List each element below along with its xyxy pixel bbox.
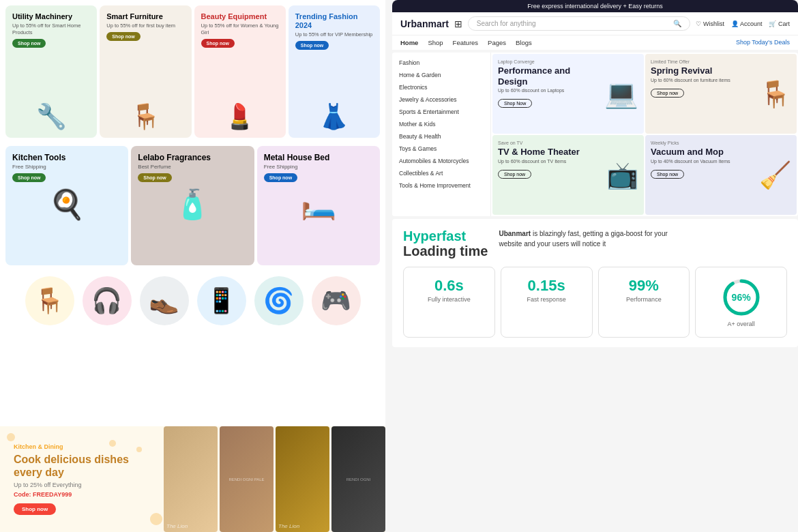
promo-spring-btn[interactable]: Shop now <box>651 89 684 98</box>
banner-beauty-btn[interactable]: Shop now <box>201 39 235 48</box>
sidebar-fashion[interactable]: Fashion <box>392 57 490 69</box>
menu-features[interactable]: Features <box>453 39 479 46</box>
banner-metal-subtitle: Free Shipping <box>264 164 373 170</box>
banner-lelabo-title: Lelabo Fragrances <box>138 153 247 162</box>
metric-performance: 99% Performance <box>598 267 690 338</box>
banner-beauty-title: Beauty Equipment <box>201 12 279 21</box>
promo-tv-title: TV & Home Theater <box>498 147 604 158</box>
menu-home[interactable]: Home <box>400 39 418 46</box>
store-top-bar: Free express international delivery + Ea… <box>392 0 798 12</box>
sidebar-auto[interactable]: Automobiles & Motorcycles <box>392 155 490 167</box>
store-content: Fashion Home & Garden Electronics Jewelr… <box>392 53 798 216</box>
sidebar-collectibles[interactable]: Collectibles & Art <box>392 167 490 179</box>
shop-today-deals[interactable]: Shop Today's Deals <box>736 39 790 46</box>
store-sidebar: Fashion Home & Garden Electronics Jewelr… <box>392 53 491 216</box>
metric-response-label: Fast response <box>509 296 584 303</box>
sidebar-electronics[interactable]: Electronics <box>392 81 490 93</box>
promo-laptop-title: Performance and Design <box>498 65 602 87</box>
sidebar-sports[interactable]: Sports & Entertainment <box>392 106 490 118</box>
cart-link[interactable]: 🛒 Cart <box>769 20 790 27</box>
gauge: 96% <box>721 277 762 318</box>
bottom-code: Code: FREEDAY999 <box>14 491 150 498</box>
menu-shop[interactable]: Shop <box>428 39 443 46</box>
metric-overall-label: A+ overall <box>704 321 778 327</box>
circle-headphone[interactable]: 🎧 <box>83 276 132 325</box>
banner-kitchen-btn[interactable]: Shop now <box>12 173 46 182</box>
grid-icon[interactable]: ⊞ <box>454 18 462 29</box>
perf-hyperfast: Hyperfast <box>403 228 466 243</box>
promo-laptop-desc: Up to 60% discount on Laptops <box>498 88 602 93</box>
banner-lelabo-img: 🧴 <box>138 188 247 221</box>
circle-chair[interactable]: 🪑 <box>25 276 74 325</box>
perf-title: HyperfastLoading time <box>403 228 488 258</box>
wishlist-link[interactable]: ♡ Wishlist <box>696 20 724 27</box>
promo-vacuum-btn[interactable]: Shop now <box>651 170 684 179</box>
banner-beauty-subtitle: Up to 55% off for Women & Young Girl <box>201 23 279 36</box>
banner-lelabo-btn[interactable]: Shop now <box>138 173 171 182</box>
promo-tv[interactable]: Save on TV TV & Home Theater Up to 60% d… <box>492 135 644 215</box>
promo-laptop-btn[interactable]: Shop Now <box>498 99 532 108</box>
food-image-3: The Lion <box>276 426 329 532</box>
promo-vacuum[interactable]: Weekly Picks Vacuum and Mop Up to 40% di… <box>645 135 797 215</box>
sidebar-toys[interactable]: Toys & Games <box>392 143 490 155</box>
promo-tv-btn[interactable]: Shop now <box>498 170 531 179</box>
store-logo[interactable]: Urbanmart <box>400 18 449 29</box>
food-image-2: RENDI OGNI PALE <box>220 426 274 532</box>
metric-perf-label: Performance <box>607 296 681 303</box>
promo-laptop-img: 💻 <box>604 59 638 128</box>
menu-blogs[interactable]: Blogs <box>516 39 532 46</box>
banner-smart-title: Smart Furniture <box>106 12 184 21</box>
store-actions: ♡ Wishlist 👤 Account 🛒 Cart <box>696 20 790 27</box>
banner-smart-img: 🪑 <box>106 41 184 131</box>
bottom-shop-btn[interactable]: Shop now <box>14 503 56 515</box>
bottom-desc: Up to 25% off Everything <box>14 482 150 488</box>
promo-spring-img: 🪑 <box>759 59 791 128</box>
search-icon[interactable]: 🔍 <box>673 20 681 27</box>
promo-vacuum-title: Vacuum and Mop <box>651 147 756 158</box>
banner-kitchen-subtitle: Free Shipping <box>12 164 121 170</box>
account-link[interactable]: 👤 Account <box>731 20 763 27</box>
sidebar-home-garden[interactable]: Home & Garden <box>392 69 490 81</box>
banner-utility-btn[interactable]: Shop now <box>12 39 46 48</box>
sidebar-jewelry[interactable]: Jewelry & Accessories <box>392 93 490 106</box>
banner-beauty-img: 💄 <box>201 48 279 131</box>
top-banners: Utility Machinery Up to 55% off for Smar… <box>0 0 385 143</box>
circle-phone[interactable]: 📱 <box>197 276 246 325</box>
banner-trending-img: 👗 <box>295 50 373 131</box>
bottom-images: The Lion RENDI OGNI PALE The Lion RENDI … <box>164 426 385 532</box>
promo-tv-desc: Up to 60% discount on TV Items <box>498 159 604 164</box>
sidebar-tools[interactable]: Tools & Home Improvement <box>392 179 490 192</box>
banner-smart-btn[interactable]: Shop now <box>106 32 140 41</box>
banner-metal[interactable]: Metal House Bed Free Shipping Shop now 🛏… <box>257 146 380 265</box>
left-panel: Utility Machinery Up to 55% off for Smar… <box>0 0 385 532</box>
right-panel: Free express international delivery + Ea… <box>392 0 798 532</box>
gauge-value: 96% <box>732 292 751 303</box>
circle-shoe[interactable]: 👞 <box>140 276 189 325</box>
metric-interactive-value: 0.6s <box>412 277 486 295</box>
banner-utility-title: Utility Machinery <box>12 12 90 21</box>
menu-pages[interactable]: Pages <box>488 39 506 46</box>
promo-laptop[interactable]: Laptop Converge Performance and Design U… <box>492 54 644 134</box>
circle-fan[interactable]: 🌀 <box>254 276 304 325</box>
store-nav-bar: Urbanmart ⊞ Search for anything 🔍 ♡ Wish… <box>392 12 798 35</box>
banner-trending-btn[interactable]: Shop now <box>295 41 329 50</box>
decorative-dot <box>150 513 162 525</box>
banner-beauty[interactable]: Beauty Equipment Up to 55% off for Women… <box>194 5 286 138</box>
sidebar-beauty[interactable]: Beauty & Health <box>392 130 490 143</box>
banner-trending-title: Trending Fashion 2024 <box>295 12 373 30</box>
mid-banners: Kitchen Tools Free Shipping Shop now 🍳 L… <box>0 146 385 265</box>
banner-smart[interactable]: Smart Furniture Up to 55% off for first … <box>100 5 191 138</box>
promo-vacuum-desc: Up to 40% discount on Vacuum Items <box>651 159 756 164</box>
promo-spring[interactable]: Limited Time Offer Spring Revival Up to … <box>645 54 797 134</box>
decorative-dot <box>136 447 142 452</box>
circle-gamepad[interactable]: 🎮 <box>312 276 361 325</box>
banner-metal-btn[interactable]: Shop now <box>264 173 297 182</box>
banner-kitchen[interactable]: Kitchen Tools Free Shipping Shop now 🍳 <box>5 146 128 265</box>
banner-utility[interactable]: Utility Machinery Up to 55% off for Smar… <box>5 5 97 138</box>
sidebar-mother-kids[interactable]: Mother & Kids <box>392 118 490 130</box>
banner-lelabo[interactable]: Lelabo Fragrances Best Perfume Shop now … <box>131 146 254 265</box>
promo-tv-label: Save on TV <box>498 141 604 145</box>
store-search-bar[interactable]: Search for anything 🔍 <box>468 16 691 31</box>
metric-response: 0.15s Fast response <box>501 267 593 338</box>
banner-trending[interactable]: Trending Fashion 2024 Up to 55% off for … <box>289 5 380 138</box>
